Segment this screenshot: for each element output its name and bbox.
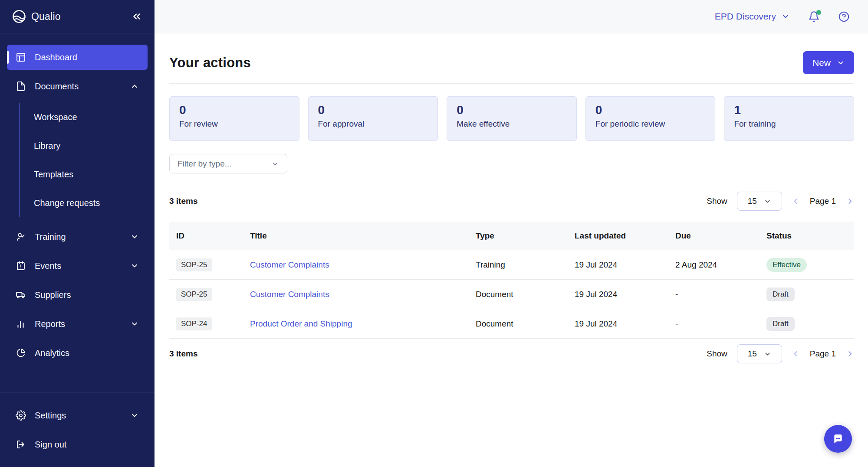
column-header-last-updated: Last updated bbox=[568, 231, 668, 241]
page-size-value: 15 bbox=[748, 196, 757, 206]
document-file-icon bbox=[16, 81, 26, 91]
sidebar-item-training[interactable]: Training bbox=[7, 224, 148, 249]
new-button[interactable]: New bbox=[803, 51, 854, 74]
workspace-switcher[interactable]: EPD Discovery bbox=[715, 11, 790, 22]
sidebar-item-label: Events bbox=[35, 261, 61, 271]
stat-value: 1 bbox=[734, 103, 844, 117]
sidebar-item-suppliers[interactable]: Suppliers bbox=[7, 282, 148, 307]
notifications-button[interactable] bbox=[808, 11, 820, 23]
sidebar-subitem-label: Workspace bbox=[34, 112, 77, 122]
sidebar-item-label: Sign out bbox=[35, 440, 66, 450]
table-row: SOP-24 Product Order and Shipping Docume… bbox=[169, 309, 854, 339]
chevron-down-icon bbox=[781, 12, 790, 21]
filter-by-type-select[interactable]: Filter by type... bbox=[169, 154, 287, 173]
double-chevron-left-icon bbox=[131, 11, 142, 22]
cell-last-updated: 19 Jul 2024 bbox=[568, 319, 668, 329]
sidebar-item-documents[interactable]: Documents bbox=[7, 74, 148, 99]
previous-page-button[interactable] bbox=[792, 197, 800, 206]
pagination-bottom: Show 15 Page 1 bbox=[707, 344, 854, 363]
sidebar-collapse-button[interactable] bbox=[131, 11, 142, 22]
brand-name: Qualio bbox=[31, 11, 61, 23]
previous-page-button[interactable] bbox=[792, 349, 800, 358]
cell-type: Document bbox=[469, 290, 568, 299]
stat-label: For periodic review bbox=[595, 119, 706, 129]
qualio-logo-icon bbox=[11, 9, 27, 24]
sidebar-header: Qualio bbox=[0, 0, 155, 33]
help-button[interactable] bbox=[838, 11, 850, 23]
chat-launcher-button[interactable] bbox=[824, 425, 852, 453]
sidebar-item-analytics[interactable]: Analytics bbox=[7, 340, 148, 366]
cell-due: - bbox=[668, 319, 760, 329]
page-title: Your actions bbox=[169, 55, 251, 71]
gear-icon bbox=[16, 410, 26, 421]
status-badge: Draft bbox=[766, 287, 795, 301]
sidebar-item-events[interactable]: Events bbox=[7, 253, 148, 278]
sidebar-item-label: Training bbox=[35, 232, 66, 242]
chevron-left-icon bbox=[792, 197, 800, 206]
document-title-link[interactable]: Customer Complaints bbox=[250, 290, 329, 299]
cell-last-updated: 19 Jul 2024 bbox=[568, 260, 668, 270]
cell-due: - bbox=[668, 290, 760, 299]
sidebar-subitem-change-requests[interactable]: Change requests bbox=[20, 189, 155, 217]
workspace-name: EPD Discovery bbox=[715, 11, 776, 22]
sidebar-item-sign-out[interactable]: Sign out bbox=[7, 432, 148, 457]
action-stats: 0 For review 0 For approval 0 Make effec… bbox=[169, 96, 854, 141]
sidebar-subitem-library[interactable]: Library bbox=[20, 131, 155, 160]
stat-card-for-periodic-review[interactable]: 0 For periodic review bbox=[585, 96, 716, 141]
truck-icon bbox=[16, 290, 26, 300]
stat-value: 0 bbox=[179, 103, 289, 117]
notification-dot bbox=[816, 10, 821, 15]
page-size-select[interactable]: 15 bbox=[737, 344, 782, 363]
sidebar-subitem-label: Library bbox=[34, 141, 60, 151]
document-id-badge: SOP-25 bbox=[176, 258, 212, 271]
chevron-down-icon bbox=[271, 160, 279, 168]
stat-card-for-approval[interactable]: 0 For approval bbox=[308, 96, 438, 141]
stat-label: For approval bbox=[318, 119, 428, 129]
sidebar-item-label: Documents bbox=[35, 82, 79, 91]
sidebar-item-settings[interactable]: Settings bbox=[7, 403, 148, 428]
stat-card-make-effective[interactable]: 0 Make effective bbox=[447, 96, 577, 141]
sidebar-subitem-label: Change requests bbox=[34, 198, 100, 208]
document-title-link[interactable]: Product Order and Shipping bbox=[250, 319, 352, 328]
pagination-top: Show 15 Page 1 bbox=[707, 192, 854, 211]
next-page-button[interactable] bbox=[845, 197, 854, 206]
stat-value: 0 bbox=[457, 103, 567, 117]
main-area: EPD Discovery Your actions New bbox=[155, 0, 868, 467]
sidebar-item-label: Settings bbox=[35, 411, 66, 421]
filter-placeholder: Filter by type... bbox=[178, 159, 232, 169]
items-count-top: 3 items bbox=[169, 196, 197, 206]
column-header-due: Due bbox=[668, 231, 760, 241]
table-toolbar-bottom: 3 items Show 15 Page 1 bbox=[169, 344, 854, 363]
stat-label: For review bbox=[179, 119, 289, 129]
bar-chart-icon bbox=[16, 319, 26, 329]
log-out-icon bbox=[16, 439, 26, 450]
chevron-left-icon bbox=[792, 349, 800, 358]
stat-card-for-review[interactable]: 0 For review bbox=[169, 96, 299, 141]
cell-type: Document bbox=[469, 319, 568, 329]
document-title-link[interactable]: Customer Complaints bbox=[250, 260, 329, 269]
chevron-down-icon bbox=[130, 261, 139, 270]
page-size-select[interactable]: 15 bbox=[737, 192, 782, 211]
sidebar-item-label: Dashboard bbox=[35, 52, 77, 62]
pie-chart-icon bbox=[16, 348, 26, 358]
topbar: EPD Discovery bbox=[155, 0, 868, 33]
table-row: SOP-25 Customer Complaints Document 19 J… bbox=[169, 280, 854, 309]
chevron-down-icon bbox=[764, 198, 771, 205]
sidebar-item-dashboard[interactable]: Dashboard bbox=[7, 45, 148, 70]
cell-due: 2 Aug 2024 bbox=[668, 260, 760, 270]
dashboard-layout-icon bbox=[16, 52, 26, 62]
sidebar-item-reports[interactable]: Reports bbox=[7, 311, 148, 336]
sidebar-subitem-templates[interactable]: Templates bbox=[20, 160, 155, 189]
chevron-down-icon bbox=[130, 320, 139, 328]
column-header-type: Type bbox=[469, 231, 568, 241]
document-id-badge: SOP-24 bbox=[176, 317, 212, 330]
next-page-button[interactable] bbox=[845, 349, 854, 358]
active-indicator bbox=[7, 51, 9, 64]
stat-label: Make effective bbox=[457, 119, 567, 129]
chevron-up-icon bbox=[130, 82, 139, 91]
status-badge: Effective bbox=[766, 258, 807, 272]
stat-card-for-training[interactable]: 1 For training bbox=[724, 96, 854, 141]
header-divider bbox=[169, 83, 854, 84]
sidebar-subitem-label: Templates bbox=[34, 170, 73, 180]
sidebar-subitem-workspace[interactable]: Workspace bbox=[20, 103, 155, 131]
